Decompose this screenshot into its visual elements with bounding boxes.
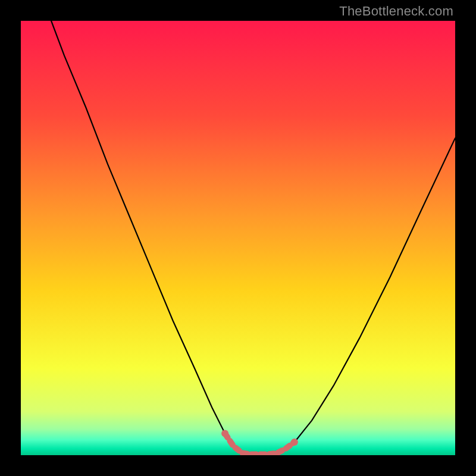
highlight-endpoint <box>291 439 298 446</box>
watermark-text: TheBottleneck.com <box>339 4 453 19</box>
chart-frame <box>21 21 455 455</box>
highlight-endpoint <box>221 430 228 437</box>
chart-svg <box>21 21 455 455</box>
gradient-background <box>21 21 455 455</box>
